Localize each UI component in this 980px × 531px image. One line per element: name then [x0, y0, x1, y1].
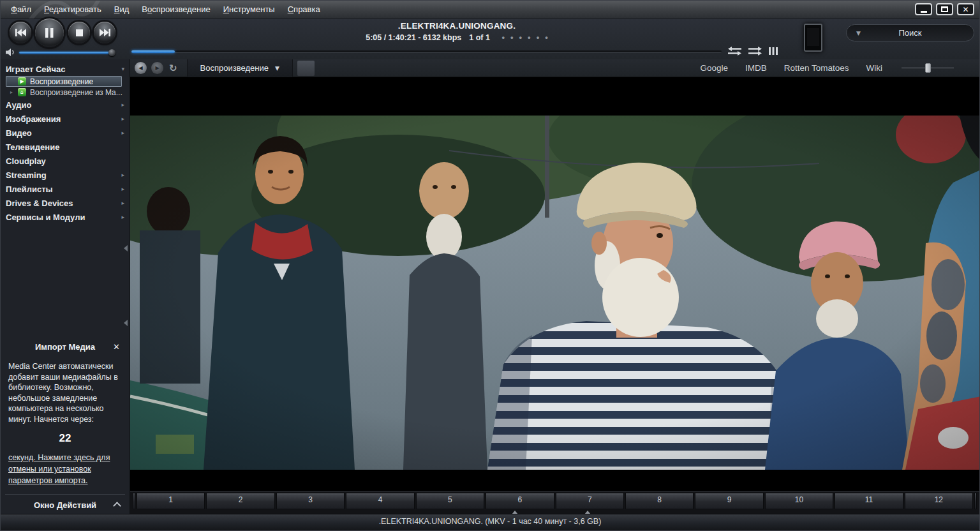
menu-item-Файл[interactable]: Файл: [4, 1, 38, 19]
play-icon: ▶: [18, 77, 26, 86]
chapter-9[interactable]: 9: [695, 493, 763, 509]
link-rotten-tomatoes[interactable]: Rotten Tomatoes: [784, 63, 849, 73]
sidebar-item-label: Воспроизведение из Ма...: [30, 88, 122, 97]
chevron-right-icon: ▸: [121, 172, 124, 178]
sidebar-section-4[interactable]: Изображения▸: [1, 112, 130, 126]
sidebar-section-label: Сервисы и Модули: [6, 213, 85, 222]
chevron-right-icon: ▸: [121, 116, 124, 122]
import-cancel-link[interactable]: секунд. Нажмите здесь для отмены или уст…: [1, 452, 130, 486]
divider: [5, 494, 125, 495]
sidebar-section-10[interactable]: Drives & Devices▸: [1, 196, 130, 210]
chapter-12[interactable]: 12: [905, 493, 973, 509]
sidebar-section-0[interactable]: Играет Сейчас▾: [1, 62, 130, 76]
sidebar-section-7[interactable]: Cloudplay: [1, 154, 130, 168]
chevron-right-icon: ▸: [121, 130, 124, 136]
menu-item-Справка[interactable]: Справка: [281, 1, 327, 19]
web-links: GoogleIMDBRotten TomatoesWiki: [700, 63, 882, 73]
sidebar-section-8[interactable]: Streaming▸: [1, 168, 130, 182]
pause-button[interactable]: [35, 19, 64, 47]
dot-icon: •: [501, 33, 505, 42]
chevron-down-icon: ▼: [275, 65, 279, 71]
dot-icon: •: [510, 33, 514, 42]
import-panel-header: Импорт Медиа ✕: [1, 339, 130, 355]
link-imdb[interactable]: IMDB: [745, 63, 767, 73]
position-dots[interactable]: ••••••: [496, 33, 547, 42]
chevron-down-icon[interactable]: ▼: [856, 30, 861, 36]
previous-button[interactable]: [10, 22, 31, 43]
view-dropdown[interactable]: Воспроизведение ▼: [187, 59, 293, 77]
collapse-left-icon[interactable]: [124, 320, 128, 326]
volume-row: [6, 48, 115, 57]
sidebar-section-5[interactable]: Видео▸: [1, 126, 130, 140]
sidebar-item-1[interactable]: ▶Воспроизведение: [6, 76, 122, 87]
volume-knob[interactable]: [108, 49, 115, 56]
chapter-1[interactable]: 1: [137, 493, 205, 509]
zoom-slider[interactable]: [902, 63, 954, 73]
chapter-11[interactable]: 11: [835, 493, 903, 509]
repeat-icon[interactable]: [748, 47, 762, 56]
now-playing-info: .ELEKTRI4KA.UNIONGANG. 5:05 / 1:40:21 - …: [275, 21, 639, 42]
link-wiki[interactable]: Wiki: [866, 63, 883, 73]
chapter-5[interactable]: 5: [416, 493, 484, 509]
shuffle-icon[interactable]: [728, 47, 741, 56]
chapter-2[interactable]: 2: [206, 493, 274, 509]
chapter-cells: 123456789101112: [130, 493, 979, 509]
link-google[interactable]: Google: [700, 63, 728, 73]
progress-fill: [131, 50, 175, 53]
video-area: [130, 77, 979, 491]
collapse-left-icon[interactable]: [124, 245, 128, 251]
next-button[interactable]: [94, 22, 115, 43]
sidebar-section-6[interactable]: Телевидение: [1, 140, 130, 154]
navigation-bar: ◀ ▶ ↻ Воспроизведение ▼ GoogleIMDBRotten…: [130, 59, 979, 77]
video-frame[interactable]: [130, 116, 979, 470]
chapter-10[interactable]: 10: [765, 493, 833, 509]
forward-button[interactable]: ▶: [151, 62, 163, 74]
time-info: 5:05 / 1:40:21 - 6132 kbps: [366, 33, 461, 42]
chevron-right-icon: ▸: [121, 200, 124, 206]
sidebar-section-label: Drives & Devices: [6, 198, 73, 208]
import-panel-title: Импорт Медиа: [35, 342, 95, 352]
action-window-label: Окно Действий: [34, 500, 96, 510]
menu-item-Воспроизведение[interactable]: Воспроизведение: [135, 1, 216, 19]
chapter-8[interactable]: 8: [625, 493, 694, 509]
chapter-3[interactable]: 3: [276, 493, 345, 509]
refresh-icon[interactable]: ↻: [169, 63, 177, 74]
view-extra-button[interactable]: [297, 61, 315, 76]
search-input[interactable]: Поиск: [861, 28, 974, 38]
sidebar-item-2[interactable]: ▸⌂Воспроизведение из Ма...: [1, 87, 130, 98]
menu-item-Вид[interactable]: Вид: [108, 1, 136, 19]
device-phone-icon[interactable]: [804, 24, 822, 52]
expander-icon[interactable]: ▸: [10, 89, 18, 95]
action-window-bar[interactable]: Окно Действий: [1, 496, 130, 514]
chapter-4[interactable]: 4: [346, 493, 414, 509]
search-box[interactable]: ▼ Поиск: [846, 24, 974, 41]
back-button[interactable]: ◀: [135, 62, 147, 74]
chapter-6[interactable]: 6: [486, 493, 554, 509]
menu-item-Редактировать[interactable]: Редактировать: [38, 1, 108, 19]
sidebar-section-9[interactable]: Плейлисты▸: [1, 182, 130, 196]
sidebar-section-label: Плейлисты: [6, 184, 53, 194]
chevron-down-icon: ▾: [121, 66, 124, 72]
minimize-button[interactable]: [915, 3, 932, 15]
chevron-up-icon[interactable]: [113, 502, 121, 510]
chapter-7[interactable]: 7: [556, 493, 624, 509]
seek-bar[interactable]: [131, 50, 722, 55]
seek-track: [131, 50, 722, 53]
zoom-thumb[interactable]: [925, 63, 931, 73]
maximize-icon: [941, 6, 948, 12]
sidebar-section-11[interactable]: Сервисы и Модули▸: [1, 210, 130, 224]
sidebar-section-3[interactable]: Аудио▸: [1, 98, 130, 112]
volume-slider[interactable]: [19, 49, 115, 56]
menu-bar: ФайлРедактироватьВидВоспроизведениеИнстр…: [1, 1, 979, 19]
close-button[interactable]: ✕: [957, 3, 974, 15]
equalizer-icon[interactable]: [769, 47, 778, 56]
chapter-stub: [974, 493, 977, 509]
pause-icon: [45, 28, 54, 38]
menu-item-Инструменты[interactable]: Инструменты: [217, 1, 281, 19]
close-icon[interactable]: ✕: [113, 339, 120, 355]
maximize-button[interactable]: [936, 3, 953, 15]
sidebar-section-label: Видео: [6, 128, 32, 138]
sidebar-item-label: Воспроизведение: [30, 77, 93, 86]
now-playing-time: 5:05 / 1:40:21 - 6132 kbps1 of 1 ••••••: [275, 33, 639, 42]
stop-button[interactable]: [68, 22, 90, 43]
